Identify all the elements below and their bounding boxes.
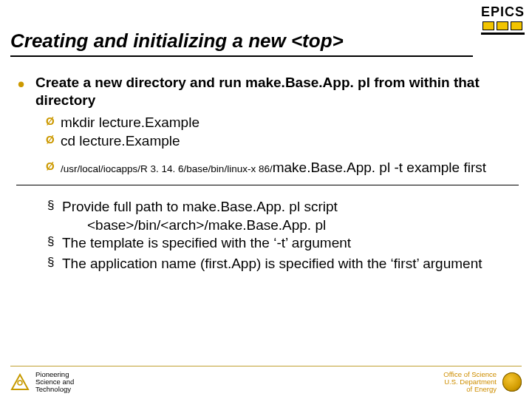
bullet-command: /usr/local/iocapps/R 3. 14. 6/base/bin/l… [16, 158, 519, 177]
epics-logo-text: EPICS [481, 4, 525, 20]
doe-seal-icon [502, 372, 522, 392]
footer-right-line3: of Energy [443, 386, 497, 393]
command-path: /usr/local/iocapps/R 3. 14. 6/base/bin/l… [61, 163, 273, 174]
slide-content: Create a new directory and run make.Base… [16, 74, 519, 274]
sub-bullet-path-example: <base>/bin/<arch>/make.Base.App. pl [16, 217, 519, 233]
bullet-main: Create a new directory and run make.Base… [16, 74, 519, 110]
bullet-mkdir: mkdir lecture.Example [16, 113, 519, 132]
sub-bullet-template: The template is specified with the ‘-t’ … [16, 233, 519, 253]
footer-right-text: Office of Science U.S. Department of Ene… [443, 371, 497, 393]
footer: Pioneering Science and Technology Office… [10, 366, 522, 393]
footer-left-text: Pioneering Science and Technology [35, 371, 74, 393]
divider [16, 185, 519, 185]
command-args: make.Base.App. pl -t example first [273, 160, 486, 175]
footer-left: Pioneering Science and Technology [10, 371, 74, 393]
slide-title: Creating and initializing a new <top> [10, 30, 473, 54]
bullet-cd: cd lecture.Example [16, 132, 519, 151]
footer-right: Office of Science U.S. Department of Ene… [443, 371, 522, 393]
argonne-logo-icon [10, 372, 30, 392]
footer-left-line3: Technology [35, 386, 74, 393]
sub-bullet-path: Provide full path to make.Base.App. pl s… [16, 197, 519, 216]
epics-logo: EPICS [481, 4, 525, 35]
title-area: Creating and initializing a new <top> [10, 30, 473, 57]
svg-point-1 [18, 381, 22, 385]
title-underline [10, 55, 473, 57]
sub-bullet-appname: The application name (first.App) is spec… [16, 254, 519, 273]
epics-logo-boxes [481, 21, 525, 30]
svg-marker-0 [12, 375, 28, 389]
